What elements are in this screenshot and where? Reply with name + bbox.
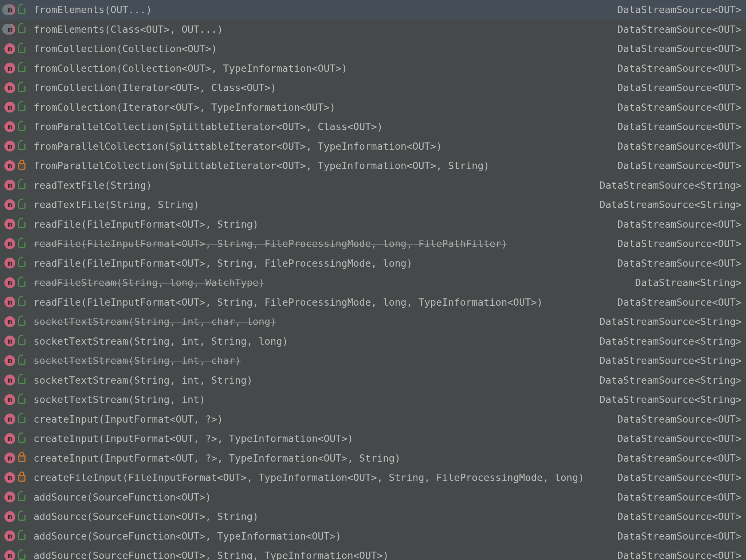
method-icon: m (4, 394, 25, 405)
method-badge-icon: m (4, 297, 15, 308)
method-badge-icon: m (4, 472, 15, 483)
method-icon: m (4, 180, 25, 191)
completion-item[interactable]: mfromParallelCollection(SplittableIterat… (0, 156, 746, 176)
return-type: DataStreamSource<OUT> (610, 297, 742, 308)
method-icon: m (4, 199, 25, 210)
completion-item[interactable]: mfromParallelCollection(SplittableIterat… (0, 137, 746, 156)
method-icon: m (4, 336, 25, 346)
method-badge-icon: m (4, 82, 15, 93)
lock-open-icon (18, 6, 25, 14)
return-type: DataStreamSource<String> (592, 355, 742, 366)
return-type: DataStreamSource<OUT> (610, 82, 742, 93)
return-type: DataStreamSource<OUT> (610, 258, 742, 269)
return-type: DataStreamSource<OUT> (610, 121, 742, 132)
method-badge-icon: m (4, 355, 15, 366)
method-badge-icon: m (4, 63, 15, 74)
method-signature: createInput(InputFormat<OUT, ?>, TypeInf… (25, 433, 610, 444)
completion-item[interactable]: msocketTextStream(String, int, char)Data… (0, 351, 746, 371)
method-signature: fromElements(Class<OUT>, OUT...) (25, 24, 610, 35)
method-signature: createInput(InputFormat<OUT, ?>, TypeInf… (25, 453, 610, 464)
lock-open-icon (18, 181, 25, 189)
method-icon: m (4, 43, 25, 54)
method-badge-icon: m (4, 160, 15, 171)
completion-item[interactable]: mfromParallelCollection(SplittableIterat… (0, 117, 746, 137)
completion-item[interactable]: maddSource(SourceFunction<OUT>)DataStrea… (0, 487, 746, 507)
method-signature: createInput(InputFormat<OUT, ?>) (25, 414, 610, 425)
method-signature: readFile(FileInputFormat<OUT>, String, F… (25, 258, 610, 269)
completion-item[interactable]: msocketTextStream(String, int, char, lon… (0, 312, 746, 332)
completion-item[interactable]: mcreateInput(InputFormat<OUT, ?>, TypeIn… (0, 429, 746, 449)
method-icon: m (4, 511, 25, 522)
method-icon: m (4, 82, 25, 93)
return-type: DataStreamSource<OUT> (610, 238, 742, 249)
method-signature: addSource(SourceFunction<OUT>, String) (25, 511, 610, 522)
completion-item[interactable]: maddSource(SourceFunction<OUT>, String)D… (0, 507, 746, 526)
return-type: DataStreamSource<OUT> (610, 433, 742, 444)
completion-item[interactable]: mcreateInput(InputFormat<OUT, ?>)DataStr… (0, 410, 746, 429)
return-type: DataStreamSource<OUT> (610, 530, 742, 542)
method-icon: m (4, 414, 25, 424)
completion-item[interactable]: mfromCollection(Iterator<OUT>, Class<OUT… (0, 78, 746, 98)
method-badge-icon: m (4, 141, 15, 152)
method-signature: fromElements(OUT...) (25, 4, 610, 15)
completion-item[interactable]: mfromCollection(Collection<OUT>)DataStre… (0, 39, 746, 59)
return-type: DataStreamSource<String> (592, 375, 742, 386)
method-icon: m (4, 141, 25, 152)
completion-item[interactable]: mfromCollection(Collection<OUT>, TypeInf… (0, 59, 746, 78)
completion-item[interactable]: mreadTextFile(String, String)DataStreamS… (0, 195, 746, 215)
method-icon: m (4, 316, 25, 327)
lock-open-icon (18, 142, 25, 150)
lock-open-icon (18, 84, 25, 92)
return-type: DataStreamSource<OUT> (610, 492, 742, 503)
completion-item[interactable]: maddSource(SourceFunction<OUT>, String, … (0, 546, 746, 560)
method-badge-icon: m (4, 277, 15, 288)
method-icon: m (4, 258, 25, 269)
method-icon: m (4, 453, 25, 463)
method-badge-icon: m (4, 550, 15, 560)
method-signature: readFile(FileInputFormat<OUT>, String) (25, 219, 610, 230)
method-signature: fromCollection(Collection<OUT>, TypeInfo… (25, 63, 610, 74)
lock-open-icon (18, 396, 25, 404)
method-icon: m (4, 4, 25, 15)
method-signature: readFile(FileInputFormat<OUT>, String, F… (25, 238, 610, 249)
method-signature: addSource(SourceFunction<OUT>, TypeInfor… (25, 530, 610, 542)
completion-item[interactable]: msocketTextStream(String, int)DataStream… (0, 390, 746, 410)
completion-item[interactable]: mreadFile(FileInputFormat<OUT>, String, … (0, 254, 746, 273)
method-signature: addSource(SourceFunction<OUT>) (25, 492, 610, 503)
completion-item[interactable]: msocketTextStream(String, int, String, l… (0, 332, 746, 351)
return-type: DataStreamSource<OUT> (610, 453, 742, 464)
return-type: DataStreamSource<String> (592, 199, 742, 210)
completion-item[interactable]: mreadFile(FileInputFormat<OUT>, String)D… (0, 215, 746, 234)
completion-item[interactable]: mfromElements(OUT...)DataStreamSource<OU… (0, 0, 746, 20)
lock-open-icon (18, 435, 25, 443)
code-completion-popup[interactable]: mfromElements(OUT...)DataStreamSource<OU… (0, 0, 746, 560)
return-type: DataStreamSource<OUT> (610, 160, 742, 171)
completion-item[interactable]: mcreateInput(InputFormat<OUT, ?>, TypeIn… (0, 449, 746, 468)
method-icon: m (4, 102, 25, 113)
return-type: DataStreamSource<String> (592, 336, 742, 347)
method-badge-icon: m (4, 375, 15, 385)
completion-item[interactable]: mreadTextFile(String)DataStreamSource<St… (0, 176, 746, 195)
completion-item[interactable]: mreadFile(FileInputFormat<OUT>, String, … (0, 234, 746, 254)
completion-item[interactable]: mreadFileStream(String, long, WatchType)… (0, 273, 746, 293)
lock-open-icon (18, 103, 25, 111)
completion-item[interactable]: msocketTextStream(String, int, String)Da… (0, 371, 746, 390)
lock-closed-icon (18, 454, 25, 462)
method-badge-icon: m (4, 258, 15, 269)
method-badge-icon: m (4, 394, 15, 405)
method-badge-icon: m (4, 492, 15, 502)
method-badge-icon: m (4, 102, 15, 113)
completion-item[interactable]: mreadFile(FileInputFormat<OUT>, String, … (0, 293, 746, 312)
lock-open-icon (18, 45, 25, 53)
return-type: DataStreamSource<String> (592, 316, 742, 327)
completion-item[interactable]: mfromCollection(Iterator<OUT>, TypeInfor… (0, 98, 746, 117)
lock-open-icon (18, 415, 25, 423)
method-icon: m (4, 238, 25, 249)
method-signature: createFileInput(FileInputFormat<OUT>, Ty… (25, 472, 610, 483)
lock-open-icon (18, 552, 25, 560)
completion-item[interactable]: maddSource(SourceFunction<OUT>, TypeInfo… (0, 526, 746, 546)
completion-item[interactable]: mcreateFileInput(FileInputFormat<OUT>, T… (0, 468, 746, 487)
completion-item[interactable]: mfromElements(Class<OUT>, OUT...)DataStr… (0, 20, 746, 39)
method-icon: m (4, 550, 25, 560)
method-signature: socketTextStream(String, int, String, lo… (25, 336, 592, 347)
